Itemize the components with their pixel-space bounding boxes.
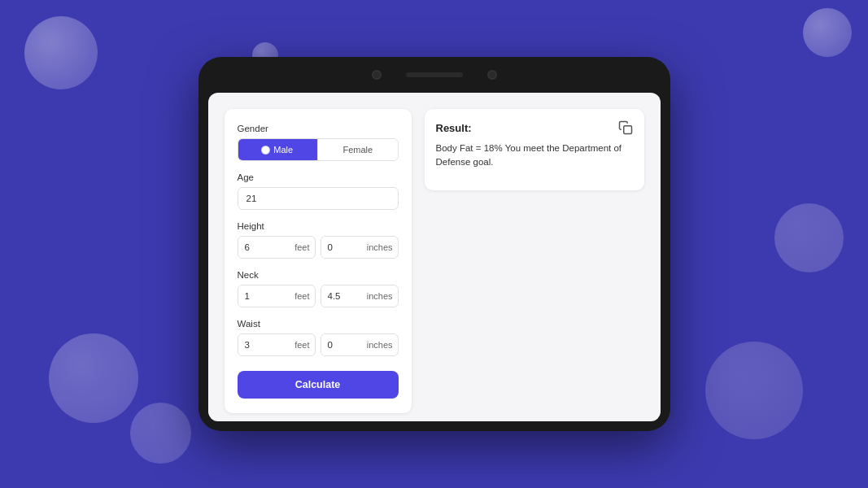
neck-field-group: Neck feet inches	[238, 270, 399, 307]
neck-feet-part: feet	[238, 285, 316, 307]
neck-feet-input[interactable]	[238, 285, 295, 307]
height-inches-input[interactable]	[321, 237, 367, 258]
neck-inches-input[interactable]	[321, 285, 367, 307]
decorative-bubble-7	[705, 342, 803, 439]
tablet-top-bar	[198, 57, 670, 93]
radio-dot-male	[262, 146, 269, 154]
calculate-button[interactable]: Calculate	[238, 371, 399, 399]
decorative-bubble-6	[774, 203, 844, 272]
decorative-bubble-5	[130, 403, 191, 464]
age-field-group: Age	[238, 172, 399, 210]
gender-field-group: Gender Male Female	[238, 124, 399, 161]
result-text: Body Fat = 18% You meet the Department o…	[436, 142, 633, 170]
copy-icon[interactable]	[618, 120, 633, 135]
waist-inches-input[interactable]	[321, 334, 367, 355]
decorative-bubble-1	[24, 16, 98, 89]
form-panel: Gender Male Female Age Height	[225, 109, 412, 413]
waist-feet-part: feet	[238, 333, 316, 356]
decorative-bubble-4	[49, 333, 138, 423]
waist-label: Waist	[238, 319, 399, 329]
neck-feet-unit: feet	[294, 285, 314, 307]
waist-inches-part: inches	[321, 333, 399, 356]
female-label: Female	[342, 145, 373, 155]
neck-measurement-row: feet inches	[238, 285, 399, 307]
height-field-group: Height feet inches	[238, 221, 399, 259]
result-title: Result:	[436, 122, 472, 134]
gender-label: Gender	[238, 124, 399, 133]
height-feet-part: feet	[238, 236, 316, 259]
tablet-speaker	[406, 72, 463, 77]
result-panel: Result: Body Fat = 18% You meet the Depa…	[425, 109, 644, 190]
age-label: Age	[238, 172, 399, 182]
neck-inches-part: inches	[321, 285, 399, 307]
height-label: Height	[238, 221, 399, 231]
height-feet-input[interactable]	[238, 237, 295, 258]
decorative-bubble-3	[803, 8, 852, 57]
waist-field-group: Waist feet inches	[238, 319, 399, 356]
height-inches-part: inches	[321, 236, 399, 259]
age-input[interactable]	[238, 187, 399, 210]
svg-rect-0	[623, 126, 631, 134]
waist-measurement-row: feet inches	[238, 333, 399, 356]
male-label: Male	[273, 145, 293, 155]
tablet-screen: Gender Male Female Age Height	[208, 93, 661, 421]
height-inches-unit: inches	[367, 237, 398, 258]
waist-inches-unit: inches	[367, 334, 398, 355]
neck-inches-unit: inches	[367, 285, 398, 307]
neck-label: Neck	[238, 270, 399, 280]
female-button[interactable]: Female	[317, 139, 398, 160]
height-feet-unit: feet	[294, 237, 314, 258]
result-header: Result:	[436, 120, 633, 135]
waist-feet-input[interactable]	[238, 334, 295, 355]
height-measurement-row: feet inches	[238, 236, 399, 259]
tablet-camera-2	[487, 70, 497, 80]
gender-toggle: Male Female	[238, 138, 399, 161]
tablet-device: Gender Male Female Age Height	[198, 57, 670, 431]
tablet-camera	[372, 70, 382, 80]
waist-feet-unit: feet	[294, 334, 314, 355]
male-button[interactable]: Male	[238, 139, 318, 160]
